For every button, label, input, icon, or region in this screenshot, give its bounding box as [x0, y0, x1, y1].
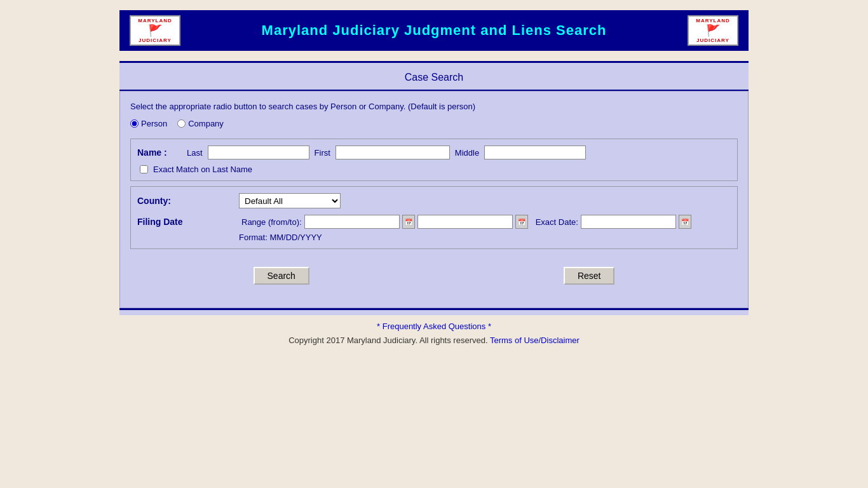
logo-text-bottom-left: JUDICIARY — [139, 37, 172, 43]
instruction-text: Select the appropriate radio button to s… — [130, 102, 738, 111]
middle-label: Middle — [455, 148, 479, 158]
county-label: County: — [137, 196, 239, 206]
reset-button[interactable]: Reset — [564, 267, 615, 285]
name-section: Name : Last First Middle Exact Match on … — [130, 139, 738, 181]
logo-text-top-right: MARYLAND — [696, 18, 729, 24]
person-radio[interactable] — [130, 119, 139, 128]
company-radio[interactable] — [177, 119, 186, 128]
person-label: Person — [141, 119, 167, 128]
calendar-from-button[interactable]: 📅 — [402, 215, 415, 229]
logo-flag-left: 🚩 — [148, 25, 162, 36]
exact-date-label: Exact Date: — [536, 217, 578, 227]
search-button[interactable]: Search — [254, 267, 309, 285]
county-filing-section: County: Default All Allegany Anne Arunde… — [130, 186, 738, 249]
terms-link[interactable]: Terms of Use/Disclaimer — [490, 336, 580, 345]
form-container: Select the appropriate radio button to s… — [119, 91, 749, 308]
copyright-text: Copyright 2017 Maryland Judiciary. All r… — [288, 336, 580, 345]
logo-text-top-left: MARYLAND — [138, 18, 172, 24]
range-label: Range (from/to): — [241, 217, 302, 227]
county-row: County: Default All Allegany Anne Arunde… — [137, 193, 731, 208]
button-area: Search Reset — [130, 254, 738, 297]
exact-match-checkbox[interactable] — [140, 165, 148, 173]
last-name-input[interactable] — [208, 146, 309, 159]
search-type-group: Person Company — [130, 119, 738, 128]
company-label: Company — [188, 119, 224, 128]
county-select[interactable]: Default All Allegany Anne Arundel Baltim… — [239, 193, 341, 208]
filing-date-label: Filing Date — [137, 217, 239, 227]
calendar-exact-button[interactable]: 📅 — [679, 215, 691, 229]
logo-flag-right: 🚩 — [706, 25, 720, 36]
calendar-to-button[interactable]: 📅 — [515, 215, 528, 229]
faq-link[interactable]: * Frequently Asked Questions * — [119, 322, 749, 331]
exact-match-row: Exact Match on Last Name — [137, 165, 731, 174]
first-label: First — [315, 148, 330, 158]
logo-right: MARYLAND 🚩 JUDICIARY — [688, 15, 738, 46]
filing-date-to-input[interactable] — [417, 215, 513, 229]
exact-date-input[interactable] — [581, 215, 676, 229]
first-name-input[interactable] — [336, 146, 450, 159]
name-label: Name : — [137, 147, 182, 158]
date-format-label: Format: MM/DD/YYYY — [137, 233, 731, 242]
company-radio-label[interactable]: Company — [177, 119, 224, 128]
logo-text-bottom-right: JUDICIARY — [696, 37, 729, 43]
exact-match-label: Exact Match on Last Name — [153, 165, 252, 174]
page-title: Maryland Judiciary Judgment and Liens Se… — [180, 22, 688, 39]
last-label: Last — [187, 148, 203, 158]
page-header: MARYLAND 🚩 JUDICIARY Maryland Judiciary … — [119, 10, 749, 51]
logo-left: MARYLAND 🚩 JUDICIARY — [130, 15, 180, 46]
middle-name-input[interactable] — [484, 146, 586, 159]
person-radio-label[interactable]: Person — [130, 119, 167, 128]
footer: * Frequently Asked Questions * Copyright… — [119, 315, 749, 351]
filing-date-from-input[interactable] — [304, 215, 400, 229]
name-input-row: Name : Last First Middle — [137, 146, 731, 159]
case-search-heading: Case Search — [119, 68, 749, 87]
filing-date-row: Filing Date Range (from/to): 📅 📅 Exact D… — [137, 215, 731, 229]
